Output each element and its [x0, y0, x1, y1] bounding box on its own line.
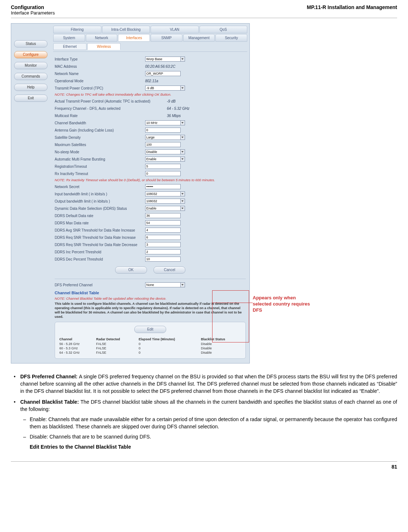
lbl-opmode: Operational Mode: [55, 79, 145, 83]
lbl-mcast: Multicast Rate: [55, 114, 167, 118]
sel-bw[interactable]: [145, 120, 181, 125]
lbl-ddrsreqd: DDRS Req SNR Threshold for Data Rate Dec…: [55, 243, 145, 247]
sel-amfb[interactable]: [145, 157, 181, 162]
nav-configure[interactable]: Configure: [14, 51, 47, 58]
document-title: MP.11-R Installation and Management: [307, 4, 397, 10]
chevron-down-icon[interactable]: [181, 191, 185, 196]
sel-ddrs[interactable]: [145, 206, 181, 211]
lbl-tpc: Transmit Power Control (TPC): [55, 86, 145, 90]
page-number: 81: [11, 461, 397, 477]
chevron-down-icon[interactable]: [181, 157, 185, 162]
tab-intracell[interactable]: Intra-Cell Blocking: [102, 26, 150, 33]
chevron-down-icon[interactable]: [181, 206, 185, 211]
lbl-dfspref: DFS Preferred Channel: [55, 283, 145, 287]
val-atpc: -9 dB: [167, 99, 176, 103]
cancel-button[interactable]: Cancel: [153, 266, 185, 274]
input-ddrsdec[interactable]: [145, 257, 181, 262]
input-ant[interactable]: [145, 128, 181, 133]
tab-interfaces[interactable]: Interfaces: [118, 34, 150, 42]
lbl-atpc: Actual Transmit Power Control (Automatic…: [55, 99, 167, 103]
callout-text: Appears only when selected country requi…: [253, 295, 314, 313]
lbl-ddrsdef: DDRS Default Data rate: [55, 214, 145, 218]
subtab-ethernet[interactable]: Ethernet: [53, 43, 87, 50]
nav-status[interactable]: Status: [14, 40, 47, 47]
lbl-inbw: Input bandwidth limit ( in kbits/s ): [55, 192, 145, 196]
lbl-nosleep: No-sleep Mode: [55, 150, 145, 154]
tab-security[interactable]: Security: [215, 34, 247, 42]
input-secret[interactable]: [145, 184, 181, 189]
note-rxin: NOTE: Rx inactivity Timeout value should…: [55, 178, 246, 182]
nav-exit[interactable]: Exit: [14, 95, 47, 102]
lbl-satd: Satellite Density: [55, 136, 145, 140]
input-ddrsavg[interactable]: [145, 228, 181, 233]
subbullet-enable: Enable: Channels that are made unavailab…: [20, 416, 397, 430]
chevron-down-icon[interactable]: [181, 120, 185, 125]
bullet-cbt: Channel Blacklist Table: The DFS channel…: [11, 398, 397, 450]
lbl-maxsat: Maximum Satellites: [55, 143, 145, 147]
lbl-ddrsinc: DDRS Inc Percent Threshold: [55, 250, 145, 254]
tab-filtering[interactable]: Filtering: [53, 26, 101, 33]
nav-monitor[interactable]: Monitor: [14, 62, 47, 69]
chevron-down-icon[interactable]: [181, 282, 185, 287]
input-ddrsreqd[interactable]: [145, 242, 181, 247]
sel-inbw[interactable]: [145, 191, 181, 196]
sel-interface-type[interactable]: [145, 57, 181, 62]
th-channel: Channel: [58, 337, 95, 342]
table-row: 64 - 5.32 GHzFALSE0Disable: [58, 350, 243, 355]
input-ddrsreqi[interactable]: [145, 235, 181, 240]
input-regto[interactable]: [145, 164, 181, 169]
nav-help[interactable]: Help: [14, 84, 47, 91]
ok-button[interactable]: OK: [115, 266, 147, 274]
lbl-mac: MAC Address: [55, 65, 145, 68]
lbl-bw: Channel Bandwidth: [55, 121, 145, 125]
header-section: Configuration: [11, 4, 55, 10]
lbl-ant: Antenna Gain (Including Cable Loss): [55, 128, 145, 132]
lbl-ddrsavg: DDRS Avg SNR Threshold for Data Rate Inc…: [55, 228, 145, 232]
input-ddrsmax[interactable]: [145, 220, 181, 225]
tab-system[interactable]: System: [53, 34, 85, 42]
sel-tpc[interactable]: [145, 86, 181, 91]
tab-qos[interactable]: QoS: [199, 26, 248, 33]
lbl-interface-type: Interface Type: [55, 57, 145, 61]
table-row: 60 - 5.3 GHzFALSE0Disable: [58, 346, 243, 350]
input-rxin[interactable]: [145, 171, 181, 176]
lbl-amfb: Automatic Multi Frame Bursting: [55, 157, 145, 161]
val-opmode: 802.11a: [145, 79, 158, 83]
chevron-down-icon[interactable]: [181, 199, 185, 204]
sel-outbw[interactable]: [145, 199, 181, 204]
val-mac: 00:20:A6:56:63:2C: [145, 65, 175, 68]
tab-network[interactable]: Network: [86, 34, 118, 42]
th-radar: Radar Detected: [95, 337, 137, 342]
input-ddrsdef[interactable]: [145, 213, 181, 218]
tab-vlan[interactable]: VLAN: [151, 26, 199, 33]
bullet-dfs: DFS Preferred Channel: A single DFS pref…: [11, 373, 397, 395]
sub-heading-edit: Edit Entries to the Channel Blacklist Ta…: [30, 443, 397, 450]
lbl-outbw: Output bandwidth limit ( in kbits/s ): [55, 199, 145, 203]
chevron-down-icon[interactable]: [181, 149, 185, 154]
lbl-ddrsmax: DDRS Max Data rate: [55, 221, 145, 225]
tab-management[interactable]: Management: [183, 34, 215, 42]
tab-snmp[interactable]: SNMP: [151, 34, 182, 42]
lbl-regto: RegistrationTimeout: [55, 165, 145, 169]
edit-button[interactable]: Edit: [134, 326, 166, 333]
lbl-netname: Network Name: [55, 72, 145, 76]
subbullet-disable: Disable: Channels that are to be scanned…: [20, 433, 397, 440]
note-tpc: NOTE: Changes to TPC will take effect im…: [55, 92, 246, 97]
nav-commands[interactable]: Commands: [14, 73, 47, 80]
lbl-ddrsreqi: DDRS Req SNR Threshold for Data Rate Inc…: [55, 236, 145, 240]
chevron-down-icon[interactable]: [181, 135, 185, 140]
sel-dfspref[interactable]: [145, 282, 181, 287]
input-netname[interactable]: [145, 71, 181, 76]
input-maxsat[interactable]: [145, 142, 181, 147]
chevron-down-icon[interactable]: [181, 57, 185, 62]
nav-sidebar: Status Configure Monitor Commands Help E…: [11, 24, 51, 363]
chevron-down-icon[interactable]: [181, 86, 185, 91]
input-ddrsinc[interactable]: [145, 249, 181, 254]
header-subsection: Interface Parameters: [11, 10, 55, 16]
val-mcast: 36 Mbps: [167, 114, 181, 118]
sel-nosleep[interactable]: [145, 149, 181, 154]
lbl-secret: Network Secret: [55, 185, 145, 189]
lbl-freq: Frequency Channel - DFS, Auto selected: [55, 107, 167, 111]
subtab-wireless[interactable]: Wireless: [87, 43, 121, 50]
sel-satd[interactable]: [145, 135, 181, 140]
